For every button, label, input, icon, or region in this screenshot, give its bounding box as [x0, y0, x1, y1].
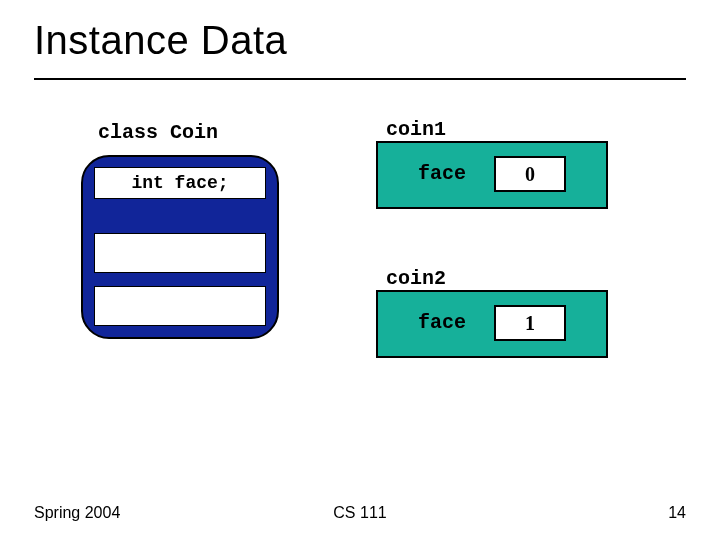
- footer-term: Spring 2004: [34, 504, 120, 522]
- instance2-box: [376, 290, 608, 358]
- slide: Instance Data class Coin int face; coin1…: [0, 0, 720, 540]
- class-label: class Coin: [98, 121, 218, 144]
- instance2-value: 1: [494, 305, 566, 341]
- title-underline: [34, 78, 686, 80]
- method-placeholder-1: [94, 233, 266, 273]
- instance1-box: [376, 141, 608, 209]
- instance1-value: 0: [494, 156, 566, 192]
- instance-var-row: int face;: [94, 167, 266, 199]
- instance2-label: coin2: [386, 267, 446, 290]
- method-placeholder-2: [94, 286, 266, 326]
- instance1-field-name: face: [418, 162, 466, 185]
- slide-title: Instance Data: [34, 18, 287, 63]
- instance2-field-name: face: [418, 311, 466, 334]
- instance-var-text: int face;: [131, 173, 228, 193]
- footer-course: CS 111: [333, 504, 386, 522]
- footer-page-number: 14: [668, 504, 686, 522]
- instance1-label: coin1: [386, 118, 446, 141]
